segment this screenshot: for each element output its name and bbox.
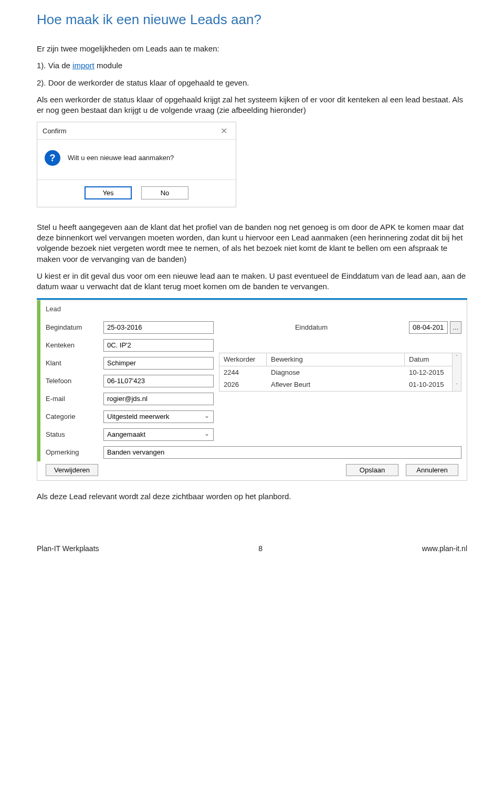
footer-left: Plan-IT Werkplaats	[37, 544, 99, 554]
confirm-dialog: Confirm ✕ ? Wilt u een nieuwe lead aanma…	[37, 122, 236, 207]
confirm-dialog-image: Confirm ✕ ? Wilt u een nieuwe lead aanma…	[37, 122, 467, 207]
confirm-title: Confirm	[43, 126, 67, 136]
table-row[interactable]: 2026 Aflever Beurt 01-10-2015	[219, 378, 452, 391]
paragraph-1: Als een werkorder de status klaar of opg…	[37, 94, 467, 116]
cell-werkorder: 2244	[219, 366, 267, 379]
footer-right: www.plan-it.nl	[422, 544, 467, 554]
cell-datum: 01-10-2015	[405, 378, 452, 391]
paragraph-4: Als deze Lead relevant wordt zal deze zi…	[37, 491, 467, 502]
label-begindatum: Begindatum	[46, 323, 98, 332]
col-werkorder[interactable]: Werkorder	[219, 353, 267, 366]
table-row[interactable]: 2244 Diagnose 10-12-2015	[219, 366, 452, 379]
no-button[interactable]: No	[141, 186, 188, 199]
option-1-pre: 1). Via de	[37, 61, 72, 70]
option-1-post: module	[94, 61, 122, 70]
col-datum[interactable]: Datum	[405, 353, 452, 366]
begindatum-field[interactable]	[103, 321, 214, 334]
cell-bewerking: Diagnose	[267, 366, 405, 379]
chevron-up-icon[interactable]: ˆ	[456, 354, 457, 362]
werkorder-table: Werkorder Bewerking Datum 2244 Diagnose …	[219, 353, 461, 392]
label-opmerking: Opmerking	[46, 448, 98, 457]
opslaan-button[interactable]: Opslaan	[346, 464, 398, 476]
label-categorie: Categorie	[46, 412, 98, 421]
email-field[interactable]	[103, 393, 214, 405]
paragraph-2: Stel u heeft aangegeven aan de klant dat…	[37, 222, 467, 265]
date-picker-button[interactable]: …	[450, 321, 461, 334]
annuleren-button[interactable]: Annuleren	[406, 464, 458, 476]
label-telefoon: Telefoon	[46, 376, 98, 386]
page-title: Hoe maak ik een nieuwe Leads aan?	[37, 10, 467, 29]
status-select[interactable]	[103, 428, 214, 441]
col-bewerking[interactable]: Bewerking	[267, 353, 405, 366]
yes-button[interactable]: Yes	[85, 186, 132, 199]
label-status: Status	[46, 430, 98, 439]
scrollbar[interactable]: ˆ ˇ	[452, 353, 461, 392]
chevron-down-icon[interactable]: ˇ	[456, 383, 457, 390]
categorie-select[interactable]	[103, 410, 214, 423]
page-footer: Plan-IT Werkplaats 8 www.plan-it.nl	[37, 544, 467, 554]
option-2: 2). Door de werkorder de status klaar of…	[37, 78, 467, 88]
cell-datum: 10-12-2015	[405, 366, 452, 379]
lead-panel: Lead Begindatum Einddatum … Kenteken Wer…	[37, 300, 467, 481]
klant-field[interactable]	[103, 357, 214, 370]
cell-bewerking: Aflever Beurt	[267, 378, 405, 391]
import-link[interactable]: import	[72, 61, 94, 70]
opmerking-field[interactable]	[103, 446, 461, 459]
telefoon-field[interactable]	[103, 375, 214, 387]
kenteken-field[interactable]	[103, 339, 214, 352]
lead-panel-title: Lead	[43, 303, 461, 321]
confirm-message: Wilt u een nieuwe lead aanmaken?	[68, 153, 174, 163]
intro-text: Er zijn twee mogelijkheden om Leads aan …	[37, 44, 467, 54]
footer-page-number: 8	[99, 544, 422, 554]
label-email: E-mail	[46, 394, 98, 404]
option-1: 1). Via de import module	[37, 60, 467, 71]
accent-strip	[37, 300, 40, 461]
verwijderen-button[interactable]: Verwijderen	[46, 464, 98, 476]
label-klant: Klant	[46, 358, 98, 368]
label-kenteken: Kenteken	[46, 341, 98, 350]
lead-form-image: Lead Begindatum Einddatum … Kenteken Wer…	[37, 298, 467, 481]
close-icon[interactable]: ✕	[217, 125, 230, 137]
label-einddatum: Einddatum	[219, 323, 404, 332]
einddatum-field[interactable]	[409, 321, 448, 334]
cell-werkorder: 2026	[219, 378, 267, 391]
paragraph-3: U kiest er in dit geval dus voor om een …	[37, 271, 467, 292]
question-icon: ?	[45, 150, 60, 166]
